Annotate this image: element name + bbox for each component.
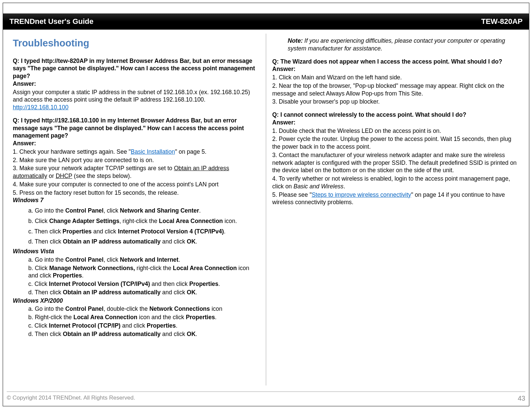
right-column: Note: If you are experiencing difficulti… [266, 34, 525, 385]
win7-b: b. Click Change Adapter Settings, right-… [28, 217, 260, 225]
xp-c: c. Click Internet Protocol (TCP/IP) and … [28, 322, 260, 330]
basic-installation-link[interactable]: Basic Installation [131, 148, 175, 155]
q4-step1: 1. Double check that the Wireless LED on… [272, 127, 519, 135]
xp-b: b. Right-click the Local Area Connection… [28, 313, 260, 321]
note-block: Note: If you are experiencing difficulti… [288, 37, 519, 52]
vista-b: b. Click Manage Network Connections, rig… [28, 264, 260, 280]
q4-question: Q: I cannot connect wirelessly to the ac… [272, 111, 519, 119]
q2-step3: 3. Make sure your network adapter TCP/IP… [13, 164, 260, 180]
header-title: TRENDnet User's Guide [9, 17, 94, 26]
note-label: Note: [288, 37, 303, 44]
xp-title: Windows XP/2000 [13, 297, 260, 305]
q4-step3: 3. Contact the manufacturer of your wire… [272, 151, 519, 174]
q3-step1: 1. Click on Main and Wizard on the left … [272, 74, 519, 81]
q1-link[interactable]: http://192.168.10.100 [13, 104, 68, 111]
wireless-connectivity-link[interactable]: Steps to improve wireless connectivity [312, 191, 411, 198]
page-number: 43 [518, 395, 525, 402]
q4-answer-label: Answer: [272, 119, 519, 126]
q1-question: Q: I typed http://tew-820AP in my Intern… [13, 57, 260, 80]
win7-d: d. Then click Obtain an IP address autom… [28, 238, 260, 246]
q1-answer-text: Assign your computer a static IP address… [13, 88, 260, 104]
q2-step1: 1. Check your hardware settings again. S… [13, 148, 260, 156]
section-title: Troubleshooting [13, 37, 260, 50]
windows7-title: Windows 7 [13, 196, 260, 204]
vista-title: Windows Vista [13, 248, 260, 255]
q2-answer-label: Answer: [13, 140, 260, 147]
xp-d: d. Then click Obtain an IP address autom… [28, 330, 260, 338]
q2-question: Q: I typed http://192.168.10.100 in my I… [13, 117, 260, 140]
q1-answer-label: Answer: [13, 80, 260, 88]
q2-step5: 5. Press on the factory reset button for… [13, 189, 260, 197]
q3-step3: 3. Disable your browser's pop up blocker… [272, 98, 519, 106]
win7-a: a. Go into the Control Panel, click Netw… [28, 207, 260, 215]
header-model: TEW-820AP [481, 17, 523, 26]
header-bar: TRENDnet User's Guide TEW-820AP [3, 13, 529, 30]
q3-answer-label: Answer: [272, 65, 519, 73]
q2-step2: 2. Make sure the LAN port you are connec… [13, 156, 260, 164]
q4-step5: 5. Please see "Steps to improve wireless… [272, 191, 519, 207]
footer: © Copyright 2014 TRENDnet. All Rights Re… [7, 392, 525, 402]
xp-a: a. Go into the Control Panel, double-cli… [28, 305, 260, 313]
vista-a: a. Go into the Control Panel, click Netw… [28, 256, 260, 264]
q2-step4: 4. Make sure your computer is connected … [13, 181, 260, 188]
content-area: Troubleshooting Q: I typed http://tew-82… [7, 34, 525, 385]
q3-question: Q: The Wizard does not appear when I acc… [272, 58, 519, 66]
q3-step2: 2. Near the top of the browser, "Pop-up … [272, 82, 519, 98]
vista-c: c. Click Internet Protocol Version (TCP/… [28, 280, 260, 288]
left-column: Troubleshooting Q: I typed http://tew-82… [7, 34, 266, 385]
q4-step2: 2. Power cycle the router. Unplug the po… [272, 135, 519, 151]
vista-d: d. Then click Obtain an IP address autom… [28, 289, 260, 296]
copyright-text: © Copyright 2014 TRENDnet. All Rights Re… [7, 395, 135, 402]
q4-step4: 4. To verify whether or not wireless is … [272, 175, 519, 190]
win7-c: c. Then click Properties and click Inter… [28, 228, 260, 235]
